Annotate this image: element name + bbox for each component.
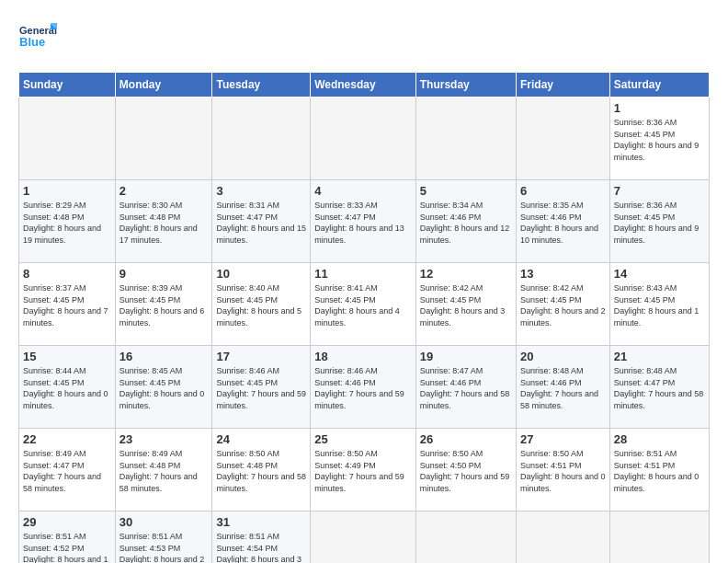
calendar-cell: 15Sunrise: 8:44 AMSunset: 4:45 PMDayligh… xyxy=(19,346,116,429)
calendar-body: 1Sunrise: 8:36 AMSunset: 4:45 PMDaylight… xyxy=(19,98,710,564)
day-number: 31 xyxy=(216,515,306,529)
calendar-cell: 5Sunrise: 8:34 AMSunset: 4:46 PMDaylight… xyxy=(415,180,516,263)
dow-saturday: Saturday xyxy=(609,73,709,98)
calendar-cell: 1Sunrise: 8:36 AMSunset: 4:45 PMDaylight… xyxy=(609,98,709,180)
day-info: Sunrise: 8:34 AMSunset: 4:46 PMDaylight:… xyxy=(420,200,512,246)
calendar-cell: 17Sunrise: 8:46 AMSunset: 4:45 PMDayligh… xyxy=(212,346,311,429)
day-info: Sunrise: 8:43 AMSunset: 4:45 PMDaylight:… xyxy=(614,282,705,328)
day-number: 14 xyxy=(614,267,705,281)
day-number: 22 xyxy=(23,432,111,446)
day-number: 12 xyxy=(420,267,512,281)
day-info: Sunrise: 8:29 AMSunset: 4:48 PMDaylight:… xyxy=(23,200,111,246)
calendar-cell: 20Sunrise: 8:48 AMSunset: 4:46 PMDayligh… xyxy=(517,346,610,429)
calendar-cell: 24Sunrise: 8:50 AMSunset: 4:48 PMDayligh… xyxy=(212,429,311,511)
calendar-week-1: 1Sunrise: 8:29 AMSunset: 4:48 PMDaylight… xyxy=(19,180,710,263)
day-number: 29 xyxy=(23,515,111,529)
dow-tuesday: Tuesday xyxy=(212,73,311,98)
calendar-cell: 3Sunrise: 8:31 AMSunset: 4:47 PMDaylight… xyxy=(212,180,311,263)
day-number: 1 xyxy=(23,184,111,198)
calendar-cell: 25Sunrise: 8:50 AMSunset: 4:49 PMDayligh… xyxy=(311,429,416,511)
day-info: Sunrise: 8:35 AMSunset: 4:46 PMDaylight:… xyxy=(520,200,606,246)
day-number: 7 xyxy=(614,184,705,198)
day-number: 24 xyxy=(216,432,306,446)
day-number: 11 xyxy=(314,267,412,281)
day-number: 13 xyxy=(520,267,606,281)
calendar-cell: 23Sunrise: 8:49 AMSunset: 4:48 PMDayligh… xyxy=(115,429,212,511)
day-info: Sunrise: 8:50 AMSunset: 4:48 PMDaylight:… xyxy=(216,448,306,494)
day-number: 9 xyxy=(119,267,209,281)
day-info: Sunrise: 8:36 AMSunset: 4:45 PMDaylight:… xyxy=(614,117,705,163)
day-info: Sunrise: 8:50 AMSunset: 4:51 PMDaylight:… xyxy=(520,448,606,494)
calendar-cell: 4Sunrise: 8:33 AMSunset: 4:47 PMDaylight… xyxy=(311,180,416,263)
day-number: 10 xyxy=(216,267,306,281)
calendar-cell xyxy=(115,98,212,180)
calendar-week-0: 1Sunrise: 8:36 AMSunset: 4:45 PMDaylight… xyxy=(19,98,710,180)
day-number: 5 xyxy=(420,184,512,198)
calendar-cell: 2Sunrise: 8:30 AMSunset: 4:48 PMDaylight… xyxy=(115,180,212,263)
calendar-cell: 14Sunrise: 8:43 AMSunset: 4:45 PMDayligh… xyxy=(609,263,709,346)
calendar-cell: 22Sunrise: 8:49 AMSunset: 4:47 PMDayligh… xyxy=(19,429,116,511)
day-number: 23 xyxy=(119,432,209,446)
svg-text:Blue: Blue xyxy=(19,35,45,49)
calendar-cell xyxy=(311,511,416,564)
dow-sunday: Sunday xyxy=(19,73,116,98)
calendar-cell: 12Sunrise: 8:42 AMSunset: 4:45 PMDayligh… xyxy=(415,263,516,346)
calendar-cell: 9Sunrise: 8:39 AMSunset: 4:45 PMDaylight… xyxy=(115,263,212,346)
day-info: Sunrise: 8:50 AMSunset: 4:50 PMDaylight:… xyxy=(420,448,512,494)
calendar-cell xyxy=(311,98,416,180)
calendar-cell: 1Sunrise: 8:29 AMSunset: 4:48 PMDaylight… xyxy=(19,180,116,263)
calendar-week-4: 22Sunrise: 8:49 AMSunset: 4:47 PMDayligh… xyxy=(19,429,710,511)
calendar-cell: 13Sunrise: 8:42 AMSunset: 4:45 PMDayligh… xyxy=(517,263,610,346)
calendar-cell: 30Sunrise: 8:51 AMSunset: 4:53 PMDayligh… xyxy=(115,511,212,564)
day-number: 8 xyxy=(23,267,111,281)
day-info: Sunrise: 8:36 AMSunset: 4:45 PMDaylight:… xyxy=(614,200,705,246)
calendar-cell: 10Sunrise: 8:40 AMSunset: 4:45 PMDayligh… xyxy=(212,263,311,346)
logo-svg: General Blue xyxy=(18,18,57,57)
day-number: 28 xyxy=(614,432,705,446)
calendar-cell xyxy=(609,511,709,564)
day-info: Sunrise: 8:51 AMSunset: 4:51 PMDaylight:… xyxy=(614,448,705,494)
day-number: 3 xyxy=(216,184,306,198)
day-number: 2 xyxy=(119,184,209,198)
day-number: 30 xyxy=(119,515,209,529)
day-number: 1 xyxy=(614,101,705,115)
day-info: Sunrise: 8:31 AMSunset: 4:47 PMDaylight:… xyxy=(216,200,306,246)
calendar-cell: 27Sunrise: 8:50 AMSunset: 4:51 PMDayligh… xyxy=(517,429,610,511)
day-info: Sunrise: 8:42 AMSunset: 4:45 PMDaylight:… xyxy=(420,282,512,328)
calendar-cell: 26Sunrise: 8:50 AMSunset: 4:50 PMDayligh… xyxy=(415,429,516,511)
day-info: Sunrise: 8:51 AMSunset: 4:52 PMDaylight:… xyxy=(23,531,111,563)
day-number: 21 xyxy=(614,350,705,363)
day-number: 15 xyxy=(23,350,111,363)
day-number: 18 xyxy=(314,350,412,363)
day-info: Sunrise: 8:42 AMSunset: 4:45 PMDaylight:… xyxy=(520,282,606,328)
day-number: 6 xyxy=(520,184,606,198)
dow-friday: Friday xyxy=(517,73,610,98)
calendar-cell: 8Sunrise: 8:37 AMSunset: 4:45 PMDaylight… xyxy=(19,263,116,346)
day-number: 19 xyxy=(420,350,512,363)
calendar-cell: 6Sunrise: 8:35 AMSunset: 4:46 PMDaylight… xyxy=(517,180,610,263)
calendar-cell: 29Sunrise: 8:51 AMSunset: 4:52 PMDayligh… xyxy=(19,511,116,564)
logo: General Blue xyxy=(18,18,57,57)
day-of-week-header: SundayMondayTuesdayWednesdayThursdayFrid… xyxy=(19,73,710,98)
calendar-cell: 19Sunrise: 8:47 AMSunset: 4:46 PMDayligh… xyxy=(415,346,516,429)
day-info: Sunrise: 8:46 AMSunset: 4:45 PMDaylight:… xyxy=(216,365,306,411)
calendar-cell: 21Sunrise: 8:48 AMSunset: 4:47 PMDayligh… xyxy=(609,346,709,429)
day-info: Sunrise: 8:44 AMSunset: 4:45 PMDaylight:… xyxy=(23,365,111,411)
day-info: Sunrise: 8:49 AMSunset: 4:48 PMDaylight:… xyxy=(119,448,209,494)
page-header: General Blue xyxy=(18,18,710,57)
calendar-table: SundayMondayTuesdayWednesdayThursdayFrid… xyxy=(18,72,710,563)
calendar-cell: 28Sunrise: 8:51 AMSunset: 4:51 PMDayligh… xyxy=(609,429,709,511)
day-info: Sunrise: 8:48 AMSunset: 4:47 PMDaylight:… xyxy=(614,365,705,411)
day-info: Sunrise: 8:41 AMSunset: 4:45 PMDaylight:… xyxy=(314,282,412,328)
day-number: 26 xyxy=(420,432,512,446)
calendar-cell xyxy=(517,98,610,180)
calendar-cell xyxy=(415,511,516,564)
day-number: 25 xyxy=(314,432,412,446)
calendar-cell: 31Sunrise: 8:51 AMSunset: 4:54 PMDayligh… xyxy=(212,511,311,564)
calendar-week-2: 8Sunrise: 8:37 AMSunset: 4:45 PMDaylight… xyxy=(19,263,710,346)
day-number: 27 xyxy=(520,432,606,446)
day-info: Sunrise: 8:49 AMSunset: 4:47 PMDaylight:… xyxy=(23,448,111,494)
calendar-cell xyxy=(19,98,116,180)
logo-container: General Blue xyxy=(18,18,57,57)
calendar-cell: 11Sunrise: 8:41 AMSunset: 4:45 PMDayligh… xyxy=(311,263,416,346)
